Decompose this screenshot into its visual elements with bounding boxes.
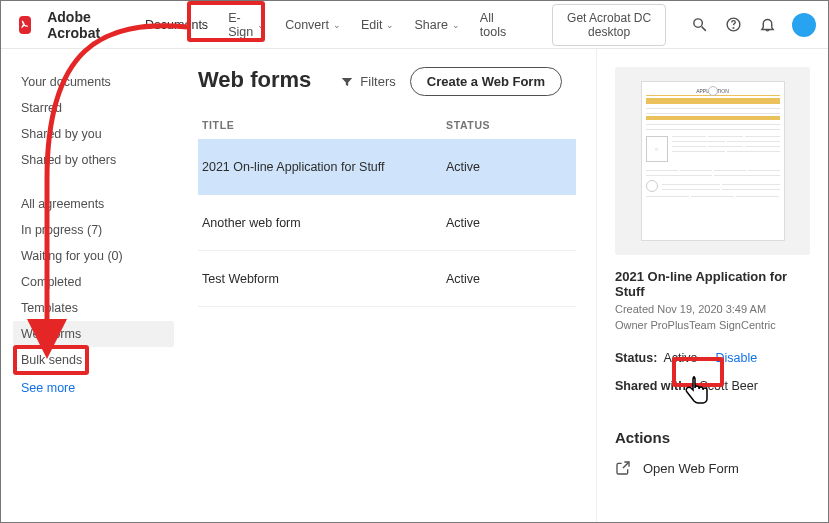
- brand-label: Adobe Acrobat: [47, 9, 115, 41]
- shared-value: Scott Beer: [700, 379, 758, 393]
- sidebar-see-more[interactable]: See more: [21, 373, 166, 395]
- nav-documents[interactable]: Documents: [135, 5, 218, 45]
- sidebar-bulk-sends[interactable]: Bulk sends: [21, 347, 166, 373]
- disable-link[interactable]: Disable: [715, 351, 757, 365]
- search-icon[interactable]: [690, 16, 708, 34]
- chevron-down-icon: ⌄: [452, 20, 460, 30]
- sidebar-shared-by-others[interactable]: Shared by others: [21, 147, 166, 173]
- action-label: Open Web Form: [643, 461, 739, 476]
- sidebar-completed[interactable]: Completed: [21, 269, 166, 295]
- table-row[interactable]: Another web form Active: [198, 195, 576, 251]
- details-panel: APPLICATION ☺: [596, 49, 828, 522]
- sidebar-your-documents[interactable]: Your documents: [21, 69, 166, 95]
- nav-share[interactable]: Share⌄: [404, 5, 469, 45]
- content: Web forms Filters Create a Web Form TITL…: [176, 49, 596, 522]
- chevron-down-icon: ⌄: [333, 20, 341, 30]
- action-open-web-form[interactable]: Open Web Form: [615, 460, 810, 476]
- sidebar-waiting-for-you[interactable]: Waiting for you (0): [21, 243, 166, 269]
- actions-section: Actions Open Web Form: [615, 429, 810, 476]
- create-web-form-button[interactable]: Create a Web Form: [410, 67, 562, 96]
- svg-point-0: [693, 19, 702, 27]
- content-controls: Filters Create a Web Form: [340, 67, 562, 96]
- get-desktop-button[interactable]: Get Acrobat DC desktop: [552, 4, 666, 46]
- top-nav: Documents E-Sign⌄ Convert⌄ Edit⌄ Share⌄ …: [135, 5, 516, 45]
- sidebar-web-forms[interactable]: Web forms: [13, 321, 174, 347]
- header-icons: [690, 13, 816, 37]
- detail-status-row: Status: Active Disable: [615, 351, 810, 365]
- sidebar-templates[interactable]: Templates: [21, 295, 166, 321]
- nav-esign[interactable]: E-Sign⌄: [218, 5, 275, 45]
- webforms-table: TITLE STATUS 2021 On-line Application fo…: [198, 111, 576, 307]
- help-icon[interactable]: [724, 16, 742, 34]
- filters-button[interactable]: Filters: [340, 74, 395, 89]
- table-row[interactable]: 2021 On-line Application for Stuff Activ…: [198, 139, 576, 195]
- open-icon: [615, 460, 631, 476]
- avatar[interactable]: [792, 13, 816, 37]
- sidebar-in-progress[interactable]: In progress (7): [21, 217, 166, 243]
- sidebar: Your documents Starred Shared by you Sha…: [1, 49, 176, 522]
- column-title: TITLE: [202, 119, 446, 131]
- nav-convert[interactable]: Convert⌄: [275, 5, 351, 45]
- chevron-down-icon: ⌄: [386, 20, 394, 30]
- filters-label: Filters: [360, 74, 395, 89]
- document-thumbnail[interactable]: APPLICATION ☺: [641, 81, 785, 241]
- status-label: Status:: [615, 351, 657, 365]
- status-value: Active: [663, 351, 697, 365]
- row-title: 2021 On-line Application for Stuff: [202, 160, 446, 174]
- sidebar-all-agreements[interactable]: All agreements: [21, 191, 166, 217]
- filter-icon: [340, 75, 354, 89]
- row-title: Another web form: [202, 216, 446, 230]
- detail-title: 2021 On-line Application for Stuff: [615, 269, 810, 299]
- sidebar-shared-by-you[interactable]: Shared by you: [21, 121, 166, 147]
- header: Adobe Acrobat Documents E-Sign⌄ Convert⌄…: [1, 1, 828, 49]
- app-window: Adobe Acrobat Documents E-Sign⌄ Convert⌄…: [0, 0, 829, 523]
- table-row[interactable]: Test Webform Active: [198, 251, 576, 307]
- row-title: Test Webform: [202, 272, 446, 286]
- row-status: Active: [446, 272, 566, 286]
- detail-owner: Owner ProPlusTeam SignCentric: [615, 319, 810, 331]
- nav-edit[interactable]: Edit⌄: [351, 5, 405, 45]
- bell-icon[interactable]: [758, 16, 776, 34]
- table-header: TITLE STATUS: [198, 111, 576, 139]
- row-status: Active: [446, 160, 566, 174]
- svg-point-3: [733, 28, 734, 29]
- column-status: STATUS: [446, 119, 566, 131]
- svg-line-1: [701, 27, 705, 31]
- main: Your documents Starred Shared by you Sha…: [1, 49, 828, 522]
- nav-alltools[interactable]: All tools: [470, 5, 516, 45]
- chevron-down-icon: ⌄: [257, 20, 265, 30]
- sidebar-starred[interactable]: Starred: [21, 95, 166, 121]
- document-thumbnail-wrap: APPLICATION ☺: [615, 67, 810, 255]
- detail-created: Created Nov 19, 2020 3:49 AM: [615, 303, 810, 315]
- shared-label: Shared with:: [615, 379, 690, 393]
- row-status: Active: [446, 216, 566, 230]
- actions-heading: Actions: [615, 429, 810, 446]
- acrobat-logo-icon: [19, 16, 31, 34]
- detail-shared-row: Shared with: Scott Beer: [615, 379, 810, 393]
